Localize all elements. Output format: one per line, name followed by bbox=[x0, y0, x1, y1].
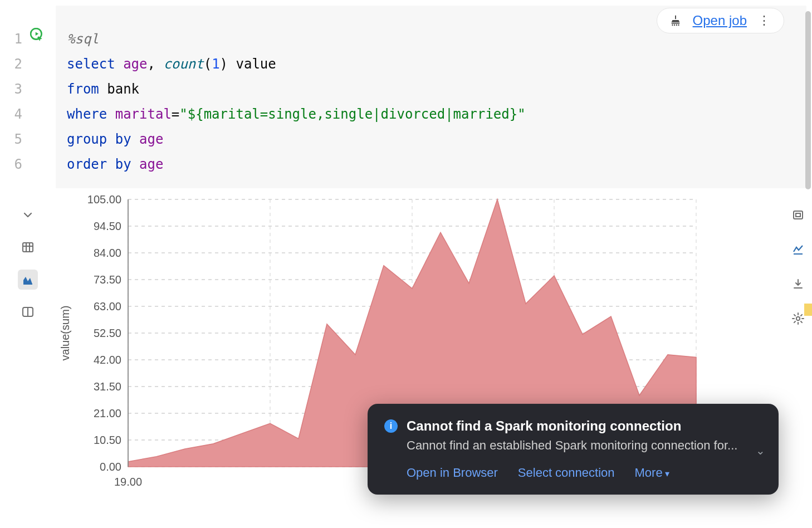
fullscreen-icon[interactable] bbox=[788, 205, 808, 225]
chevron-down-icon: ▾ bbox=[665, 469, 669, 478]
more-actions-icon[interactable] bbox=[758, 13, 771, 28]
svg-text:73.50: 73.50 bbox=[94, 273, 121, 286]
code-token: select bbox=[67, 56, 115, 72]
svg-rect-1 bbox=[23, 243, 33, 252]
settings-icon[interactable] bbox=[788, 309, 808, 329]
toast-body: Cannot find an established Spark monitor… bbox=[407, 437, 762, 454]
toast-collapse-icon[interactable]: ⌄ bbox=[756, 444, 765, 457]
chart-right-toolbar bbox=[784, 205, 812, 329]
svg-text:10.50: 10.50 bbox=[94, 434, 121, 446]
info-icon: i bbox=[384, 419, 398, 433]
svg-text:52.50: 52.50 bbox=[94, 327, 121, 339]
code-token: age bbox=[139, 157, 163, 172]
code-token: marital bbox=[115, 106, 172, 122]
svg-text:value(sum): value(sum) bbox=[59, 306, 71, 361]
svg-text:21.00: 21.00 bbox=[94, 407, 121, 419]
toast-more-link[interactable]: More▾ bbox=[635, 466, 669, 480]
svg-rect-39 bbox=[794, 211, 803, 219]
line-chart-icon[interactable] bbox=[788, 239, 808, 260]
svg-text:94.50: 94.50 bbox=[94, 220, 121, 232]
code-token: , bbox=[148, 56, 155, 72]
svg-text:0.00: 0.00 bbox=[100, 461, 121, 473]
clean-icon[interactable] bbox=[669, 14, 682, 27]
code-token: from bbox=[67, 81, 99, 97]
svg-point-41 bbox=[796, 317, 800, 320]
toast-select-connection-link[interactable]: Select connection bbox=[518, 466, 615, 480]
cell-actions-bar: Open job bbox=[657, 8, 784, 33]
svg-text:84.00: 84.00 bbox=[94, 247, 121, 259]
line-number: 4 bbox=[0, 102, 22, 127]
gutter-icons bbox=[28, 6, 56, 188]
code-token: order bbox=[67, 157, 107, 172]
code-token: "${marital=single,single|divorced|marrie… bbox=[179, 106, 525, 122]
code-token: age bbox=[123, 56, 147, 72]
code-token: by bbox=[115, 157, 131, 172]
table-view-icon[interactable] bbox=[18, 237, 38, 257]
code-token: %sql bbox=[67, 31, 99, 47]
code-token: ) bbox=[220, 56, 228, 72]
notification-toast: i Cannot find a Spark monitoring connect… bbox=[368, 404, 779, 495]
toast-open-browser-link[interactable]: Open in Browser bbox=[407, 466, 498, 480]
svg-text:42.00: 42.00 bbox=[94, 354, 121, 366]
code-token: bank bbox=[107, 81, 139, 97]
line-number-gutter: 1 2 3 4 5 6 bbox=[0, 6, 28, 188]
svg-text:19.00: 19.00 bbox=[114, 476, 142, 488]
svg-text:105.00: 105.00 bbox=[87, 194, 121, 206]
chart-view-icon[interactable] bbox=[18, 270, 38, 290]
code-token: group bbox=[67, 131, 107, 147]
line-number: 6 bbox=[0, 152, 22, 177]
code-token: ( bbox=[204, 56, 212, 72]
code-token: by bbox=[115, 131, 131, 147]
output-left-toolbar bbox=[0, 194, 56, 506]
code-token: count bbox=[163, 56, 203, 72]
open-job-link[interactable]: Open job bbox=[693, 13, 747, 28]
svg-text:31.50: 31.50 bbox=[94, 380, 121, 393]
svg-rect-40 bbox=[796, 213, 800, 217]
scrollbar-thumb[interactable] bbox=[805, 11, 811, 189]
code-token: age bbox=[139, 131, 163, 147]
code-token: 1 bbox=[212, 56, 219, 72]
line-number: 3 bbox=[0, 77, 22, 102]
toast-title: Cannot find a Spark monitoring connectio… bbox=[407, 418, 681, 434]
line-number: 5 bbox=[0, 127, 22, 152]
split-view-icon[interactable] bbox=[18, 302, 38, 322]
line-number: 1 bbox=[0, 27, 22, 52]
run-cell-icon[interactable] bbox=[30, 35, 45, 44]
line-number: 2 bbox=[0, 52, 22, 77]
download-icon[interactable] bbox=[788, 274, 808, 294]
collapse-output-icon[interactable] bbox=[18, 205, 38, 225]
code-token: where bbox=[67, 106, 107, 122]
code-token: = bbox=[172, 106, 179, 122]
code-token: value bbox=[236, 56, 276, 72]
svg-text:63.00: 63.00 bbox=[94, 300, 121, 312]
